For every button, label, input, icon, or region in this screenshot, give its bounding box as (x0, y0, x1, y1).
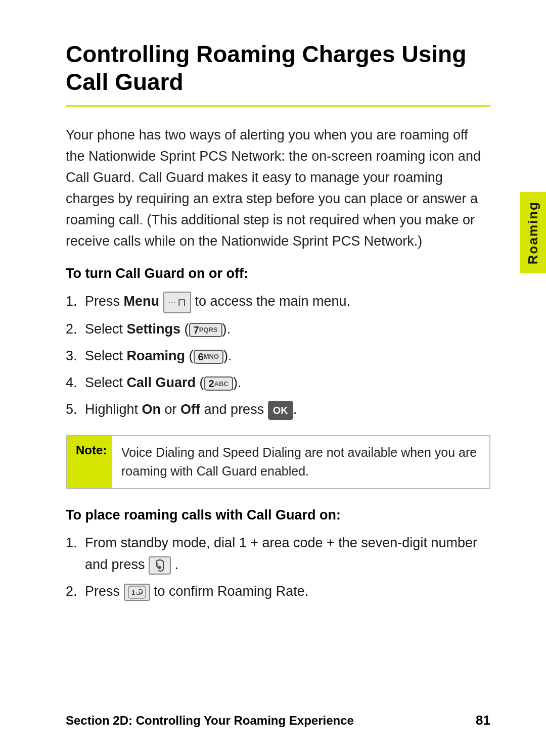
step2-bold: Settings (127, 321, 181, 337)
menu-key: ···⊓ (163, 292, 191, 313)
step5-text-press: and press (200, 402, 268, 417)
step3-text-end: ). (223, 348, 232, 363)
step3-bold: Roaming (127, 348, 186, 363)
footer-section-text: Section 2D: Controlling Your Roaming Exp… (66, 714, 354, 728)
step-5: Highlight On or Off and press OK. (81, 399, 490, 420)
1s-icon: 1 ⊏ (128, 586, 146, 599)
roaming-step-2: Press 1 ⊏ to confirm Roaming Rate. (81, 581, 490, 602)
note-box: Note: Voice Dialing and Speed Dialing ar… (66, 435, 490, 489)
step3-text-paren: ( (189, 348, 194, 363)
step-4: Select Call Guard (2ABC). (81, 372, 490, 394)
step5-bold-off: Off (180, 402, 200, 417)
side-tab: Roaming (520, 192, 546, 273)
key-2: 2ABC (204, 376, 233, 391)
roaming-step1-text: From standby mode, dial 1 + area code + … (85, 535, 477, 572)
step-1: Press Menu ···⊓ to access the main menu. (81, 291, 490, 313)
side-tab-label: Roaming (525, 201, 541, 264)
svg-text:1: 1 (131, 589, 135, 596)
talk-icon (153, 558, 167, 573)
step2-text-before: Select (85, 321, 127, 337)
steps-list-1: Press Menu ···⊓ to access the main menu.… (81, 291, 490, 420)
section2-heading: To place roaming calls with Call Guard o… (66, 507, 490, 523)
step2-text-paren: ( (185, 321, 189, 337)
footer-page-number: 81 (476, 713, 490, 728)
intro-paragraph: Your phone has two ways of alerting you … (66, 125, 490, 252)
step1-text-after: to access the main menu. (195, 294, 350, 309)
step5-text-or: or (161, 402, 180, 417)
page-title: Controlling Roaming Charges Using Call G… (66, 40, 490, 96)
note-label: Note: (67, 436, 112, 488)
key-1s: 1 ⊏ (124, 584, 150, 601)
roaming-step1-end: . (175, 557, 179, 572)
section1-heading: To turn Call Guard on or off: (66, 266, 490, 281)
title-divider (66, 105, 490, 107)
step1-bold: Menu (124, 294, 160, 309)
step4-text-end: ). (233, 375, 242, 390)
step5-text-end: . (293, 402, 297, 417)
step-2: Select Settings (7PQRS). (81, 318, 490, 340)
note-content: Voice Dialing and Speed Dialing are not … (112, 436, 489, 488)
step2-text-end: ). (222, 321, 231, 337)
step-3: Select Roaming (6MNO). (81, 345, 490, 367)
step4-bold: Call Guard (127, 375, 196, 390)
page-footer: Section 2D: Controlling Your Roaming Exp… (66, 713, 490, 728)
steps-list-2: From standby mode, dial 1 + area code + … (81, 532, 490, 603)
step4-text-before: Select (85, 375, 127, 390)
step5-text-highlight: Highlight (85, 402, 142, 417)
talk-key (149, 556, 171, 575)
roaming-step-1: From standby mode, dial 1 + area code + … (81, 532, 490, 576)
step5-bold-on: On (142, 402, 161, 417)
roaming-step2-press: Press (85, 584, 124, 599)
page-container: Roaming Controlling Roaming Charges Usin… (0, 0, 546, 756)
roaming-step2-text: to confirm Roaming Rate. (154, 584, 308, 599)
step3-text-before: Select (85, 348, 127, 363)
key-6: 6MNO (194, 350, 223, 364)
key-7: 7PQRS (189, 323, 222, 337)
ok-key: OK (268, 401, 293, 420)
step4-text-paren: ( (200, 375, 204, 390)
step1-text-before: Press (85, 294, 124, 309)
